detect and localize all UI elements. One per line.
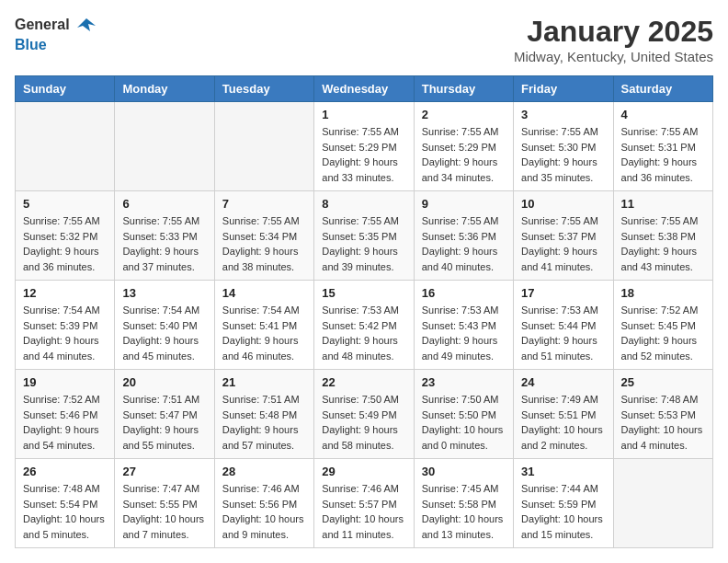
logo-bird-icon (75, 15, 97, 37)
day-info: Sunrise: 7:46 AMSunset: 5:56 PMDaylight:… (222, 481, 306, 542)
week-row-4: 19Sunrise: 7:52 AMSunset: 5:46 PMDayligh… (16, 370, 713, 459)
day-info: Sunrise: 7:48 AMSunset: 5:54 PMDaylight:… (23, 481, 107, 542)
day-info: Sunrise: 7:53 AMSunset: 5:44 PMDaylight:… (521, 303, 605, 363)
day-cell: 19Sunrise: 7:52 AMSunset: 5:46 PMDayligh… (16, 370, 115, 459)
day-info: Sunrise: 7:51 AMSunset: 5:48 PMDaylight:… (222, 392, 306, 453)
weekday-header-tuesday: Tuesday (214, 76, 313, 102)
day-info: Sunrise: 7:55 AMSunset: 5:29 PMDaylight:… (422, 124, 506, 185)
day-info: Sunrise: 7:55 AMSunset: 5:35 PMDaylight:… (322, 213, 405, 274)
day-number: 12 (23, 286, 107, 300)
week-row-3: 12Sunrise: 7:54 AMSunset: 5:39 PMDayligh… (16, 281, 713, 370)
day-cell: 1Sunrise: 7:55 AMSunset: 5:29 PMDaylight… (314, 102, 414, 191)
day-info: Sunrise: 7:54 AMSunset: 5:39 PMDaylight:… (23, 303, 107, 363)
day-number: 15 (322, 286, 405, 300)
week-row-5: 26Sunrise: 7:48 AMSunset: 5:54 PMDayligh… (16, 459, 713, 548)
day-number: 10 (521, 197, 605, 211)
weekday-header-monday: Monday (115, 76, 214, 102)
day-cell: 26Sunrise: 7:48 AMSunset: 5:54 PMDayligh… (16, 459, 115, 548)
week-row-1: 1Sunrise: 7:55 AMSunset: 5:29 PMDaylight… (16, 102, 713, 191)
day-cell: 23Sunrise: 7:50 AMSunset: 5:50 PMDayligh… (414, 370, 513, 459)
weekday-header-thursday: Thursday (414, 76, 513, 102)
day-info: Sunrise: 7:55 AMSunset: 5:29 PMDaylight:… (322, 124, 405, 185)
day-number: 8 (322, 197, 405, 211)
day-cell: 4Sunrise: 7:55 AMSunset: 5:31 PMDaylight… (613, 102, 712, 191)
day-cell: 13Sunrise: 7:54 AMSunset: 5:40 PMDayligh… (115, 281, 214, 370)
day-cell: 15Sunrise: 7:53 AMSunset: 5:42 PMDayligh… (314, 281, 414, 370)
day-number: 18 (621, 286, 705, 300)
day-number: 3 (521, 108, 605, 121)
day-number: 26 (23, 465, 107, 478)
day-number: 16 (422, 286, 506, 300)
day-cell: 6Sunrise: 7:55 AMSunset: 5:33 PMDaylight… (115, 191, 214, 281)
logo-general: General (15, 17, 70, 32)
day-number: 28 (222, 465, 306, 478)
logo-blue: Blue (15, 37, 47, 52)
day-cell (16, 102, 115, 191)
day-info: Sunrise: 7:53 AMSunset: 5:43 PMDaylight:… (422, 303, 506, 363)
day-number: 27 (122, 465, 206, 478)
day-info: Sunrise: 7:48 AMSunset: 5:53 PMDaylight:… (621, 392, 705, 453)
day-number: 14 (222, 286, 306, 300)
day-number: 17 (521, 286, 605, 300)
day-number: 31 (521, 465, 605, 478)
weekday-header-saturday: Saturday (613, 76, 712, 102)
weekday-header-friday: Friday (514, 76, 613, 102)
day-number: 11 (621, 197, 705, 211)
day-cell: 21Sunrise: 7:51 AMSunset: 5:48 PMDayligh… (214, 370, 313, 459)
day-number: 23 (422, 375, 506, 389)
day-cell: 18Sunrise: 7:52 AMSunset: 5:45 PMDayligh… (613, 281, 712, 370)
day-info: Sunrise: 7:49 AMSunset: 5:51 PMDaylight:… (521, 392, 605, 453)
day-info: Sunrise: 7:45 AMSunset: 5:58 PMDaylight:… (422, 481, 506, 542)
day-cell (214, 102, 313, 191)
weekday-header-wednesday: Wednesday (314, 76, 414, 102)
day-cell: 14Sunrise: 7:54 AMSunset: 5:41 PMDayligh… (214, 281, 313, 370)
day-cell: 9Sunrise: 7:55 AMSunset: 5:36 PMDaylight… (414, 191, 513, 281)
day-info: Sunrise: 7:55 AMSunset: 5:33 PMDaylight:… (122, 213, 206, 274)
calendar-table: SundayMondayTuesdayWednesdayThursdayFrid… (15, 75, 713, 548)
title-section: January 2025 Midway, Kentucky, United St… (514, 15, 713, 64)
day-info: Sunrise: 7:52 AMSunset: 5:46 PMDaylight:… (23, 392, 107, 453)
day-number: 7 (222, 197, 306, 211)
weekday-header-row: SundayMondayTuesdayWednesdayThursdayFrid… (16, 76, 713, 102)
day-number: 29 (322, 465, 405, 478)
day-info: Sunrise: 7:47 AMSunset: 5:55 PMDaylight:… (122, 481, 206, 542)
day-cell: 20Sunrise: 7:51 AMSunset: 5:47 PMDayligh… (115, 370, 214, 459)
day-cell: 29Sunrise: 7:46 AMSunset: 5:57 PMDayligh… (314, 459, 414, 548)
day-info: Sunrise: 7:53 AMSunset: 5:42 PMDaylight:… (322, 303, 405, 363)
day-cell: 3Sunrise: 7:55 AMSunset: 5:30 PMDaylight… (514, 102, 613, 191)
day-info: Sunrise: 7:50 AMSunset: 5:49 PMDaylight:… (322, 392, 405, 453)
day-number: 13 (122, 286, 206, 300)
weekday-header-sunday: Sunday (16, 76, 115, 102)
day-cell: 25Sunrise: 7:48 AMSunset: 5:53 PMDayligh… (613, 370, 712, 459)
location: Midway, Kentucky, United States (514, 49, 713, 64)
day-cell (613, 459, 712, 548)
day-number: 24 (521, 375, 605, 389)
month-year: January 2025 (514, 15, 713, 49)
day-number: 25 (621, 375, 705, 389)
day-cell: 12Sunrise: 7:54 AMSunset: 5:39 PMDayligh… (16, 281, 115, 370)
day-info: Sunrise: 7:51 AMSunset: 5:47 PMDaylight:… (122, 392, 206, 453)
day-number: 5 (23, 197, 107, 211)
day-info: Sunrise: 7:55 AMSunset: 5:30 PMDaylight:… (521, 124, 605, 185)
day-number: 21 (222, 375, 306, 389)
day-cell (115, 102, 214, 191)
day-cell: 11Sunrise: 7:55 AMSunset: 5:38 PMDayligh… (613, 191, 712, 281)
day-cell: 30Sunrise: 7:45 AMSunset: 5:58 PMDayligh… (414, 459, 513, 548)
day-number: 22 (322, 375, 405, 389)
header: General Blue January 2025 Midway, Kentuc… (15, 15, 713, 64)
day-info: Sunrise: 7:52 AMSunset: 5:45 PMDaylight:… (621, 303, 705, 363)
day-number: 30 (422, 465, 506, 478)
day-cell: 16Sunrise: 7:53 AMSunset: 5:43 PMDayligh… (414, 281, 513, 370)
day-cell: 22Sunrise: 7:50 AMSunset: 5:49 PMDayligh… (314, 370, 414, 459)
day-info: Sunrise: 7:54 AMSunset: 5:40 PMDaylight:… (122, 303, 206, 363)
day-info: Sunrise: 7:55 AMSunset: 5:38 PMDaylight:… (621, 213, 705, 274)
day-info: Sunrise: 7:55 AMSunset: 5:31 PMDaylight:… (621, 124, 705, 185)
day-number: 2 (422, 108, 506, 121)
week-row-2: 5Sunrise: 7:55 AMSunset: 5:32 PMDaylight… (16, 191, 713, 281)
day-number: 19 (23, 375, 107, 389)
day-cell: 17Sunrise: 7:53 AMSunset: 5:44 PMDayligh… (514, 281, 613, 370)
day-cell: 8Sunrise: 7:55 AMSunset: 5:35 PMDaylight… (314, 191, 414, 281)
svg-marker-0 (77, 18, 96, 31)
day-number: 9 (422, 197, 506, 211)
day-number: 6 (122, 197, 206, 211)
